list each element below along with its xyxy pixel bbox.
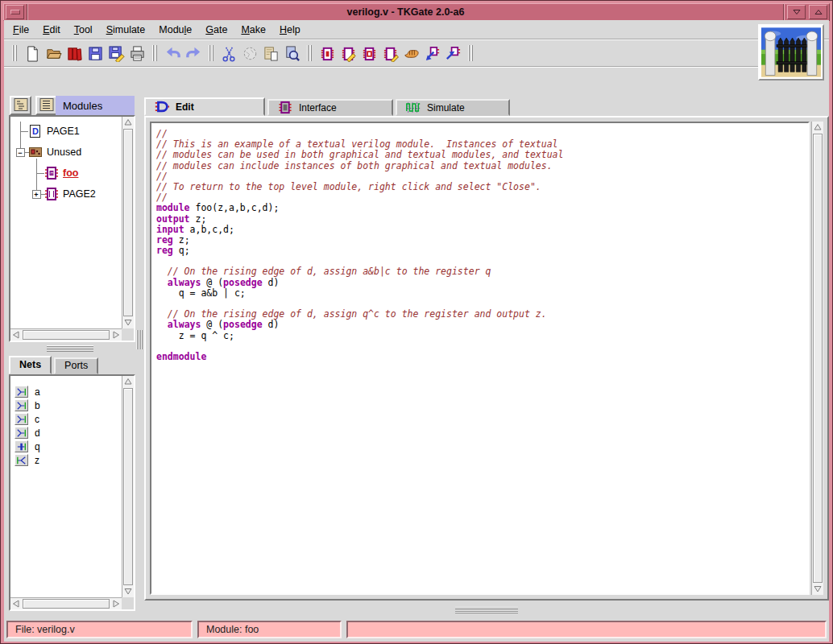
scrollbar-trough[interactable]	[812, 133, 823, 584]
menu-tool[interactable]: Tool	[74, 24, 93, 35]
undo-button[interactable]	[163, 43, 182, 63]
tree-expander-page2[interactable]: +	[32, 190, 41, 199]
code-editor[interactable]: //// This is an example of a textual ver…	[150, 122, 810, 595]
tab-label: Simulate	[427, 102, 465, 114]
tab-ports[interactable]: Ports	[54, 357, 98, 374]
net-list-vscrollbar[interactable]	[122, 376, 134, 597]
titlebar-separator	[783, 4, 785, 20]
net-list[interactable]: abcdqz	[10, 376, 122, 597]
toolbar-handle[interactable]	[12, 45, 17, 61]
claim-module-button[interactable]	[401, 43, 421, 63]
editor-vscrollbar[interactable]	[811, 122, 823, 595]
scrollbar-thumb[interactable]	[23, 599, 110, 609]
scroll-right-button[interactable]	[110, 598, 122, 609]
list-view-button[interactable]	[35, 96, 57, 115]
tab-edit[interactable]: Edit	[144, 97, 265, 116]
net-item-a[interactable]: a	[15, 385, 40, 398]
tree-item-foo[interactable]: Hfoo	[44, 165, 78, 181]
net-list-hscrollbar[interactable]	[10, 597, 122, 609]
toolbar-handle[interactable]	[152, 45, 157, 61]
tree-item-page2[interactable]: PAGE2	[44, 186, 96, 202]
toolbar-handle[interactable]	[468, 45, 473, 61]
titlebar[interactable]: verilog.v - TKGate 2.0-a6	[3, 3, 830, 21]
scroll-up-button[interactable]	[812, 122, 823, 133]
scroll-left-button[interactable]	[10, 329, 22, 341]
net-type-button[interactable]	[15, 386, 28, 398]
copy-button[interactable]	[240, 43, 259, 63]
window-menu-icon	[10, 10, 20, 14]
net-item-c[interactable]: c	[15, 412, 39, 426]
editor-resize-grip[interactable]	[455, 607, 518, 613]
redo-button[interactable]	[184, 43, 203, 63]
menu-make[interactable]: Make	[241, 24, 266, 35]
tab-nets[interactable]: Nets	[9, 356, 52, 374]
tree-item-page1[interactable]: DPAGE1	[28, 123, 80, 139]
net-type-button[interactable]	[15, 454, 28, 466]
new-module-button[interactable]	[317, 43, 337, 63]
tab-simulate[interactable]: Simulate	[396, 99, 510, 116]
open-file-button[interactable]	[44, 43, 63, 63]
net-item-q[interactable]: q	[15, 440, 40, 453]
scroll-right-button[interactable]	[110, 329, 122, 341]
net-type-button[interactable]	[15, 440, 28, 452]
scroll-down-button[interactable]	[122, 317, 134, 328]
ascend-module-button[interactable]	[443, 43, 462, 63]
scroll-left-button[interactable]	[10, 598, 22, 609]
save-as-button[interactable]	[106, 43, 126, 63]
scrollbar-thumb[interactable]	[813, 134, 823, 583]
menu-simulate[interactable]: Simulate	[106, 24, 146, 35]
new-file-button[interactable]	[23, 43, 42, 63]
net-item-d[interactable]: d	[15, 426, 40, 440]
library-button[interactable]	[64, 43, 84, 63]
scrollbar-trough[interactable]	[22, 598, 110, 609]
code-line: output z;	[156, 214, 805, 225]
scrollbar-thumb[interactable]	[23, 330, 110, 340]
maximize-button[interactable]	[809, 5, 827, 19]
scrollbar-thumb[interactable]	[123, 129, 133, 316]
cut-button[interactable]	[219, 43, 238, 63]
tree-panel-resize-grip[interactable]	[47, 345, 93, 352]
scroll-down-button[interactable]	[122, 586, 134, 597]
tree-expander-unused[interactable]: −	[16, 148, 25, 157]
scroll-up-button[interactable]	[122, 117, 134, 128]
panel-sash-grip[interactable]	[136, 330, 143, 349]
net-item-b[interactable]: b	[15, 398, 40, 412]
print-button[interactable]	[127, 43, 147, 63]
tree-view-button[interactable]	[10, 96, 31, 115]
module-tree-vscrollbar[interactable]	[122, 117, 134, 328]
toolbar-handle[interactable]	[307, 45, 312, 61]
find-button[interactable]	[282, 43, 301, 63]
window-menu-button[interactable]	[6, 5, 24, 19]
descend-module-button[interactable]	[422, 43, 441, 63]
tab-interface[interactable]: Interface	[267, 99, 393, 116]
tree-item-unused[interactable]: Unused	[28, 144, 81, 160]
net-item-z[interactable]: z	[15, 453, 39, 467]
net-type-button[interactable]	[15, 413, 28, 425]
menu-module[interactable]: Module	[159, 24, 192, 35]
menu-edit[interactable]: Edit	[43, 24, 60, 35]
iconify-button[interactable]	[787, 5, 806, 19]
tree-item-label: PAGE1	[47, 126, 80, 137]
module-tree[interactable]: DPAGE1−UnusedHfoo+PAGE2	[10, 117, 122, 328]
menu-file[interactable]: File	[13, 24, 29, 35]
scrollbar-thumb[interactable]	[123, 388, 133, 585]
paste-button[interactable]	[261, 43, 280, 63]
scrollbar-trough[interactable]	[22, 329, 110, 341]
scroll-up-button[interactable]	[122, 376, 134, 387]
scrollbar-trough[interactable]	[122, 387, 134, 586]
toolbar-handle[interactable]	[209, 45, 213, 61]
save-button[interactable]	[85, 43, 105, 63]
titlebar-separator	[27, 4, 28, 20]
menu-help[interactable]: Help	[280, 24, 300, 35]
scrollbar-trough[interactable]	[122, 128, 134, 317]
toolbar	[4, 40, 765, 67]
open-module-button[interactable]	[359, 43, 379, 63]
module-tree-hscrollbar[interactable]	[10, 328, 122, 341]
net-type-button[interactable]	[15, 399, 28, 411]
scroll-down-button[interactable]	[812, 584, 823, 595]
tree-connector-line	[36, 173, 44, 174]
rename-module-button[interactable]	[380, 43, 400, 63]
edit-module-button[interactable]	[338, 43, 358, 63]
net-type-button[interactable]	[15, 427, 28, 439]
menu-gate[interactable]: Gate	[205, 24, 227, 35]
